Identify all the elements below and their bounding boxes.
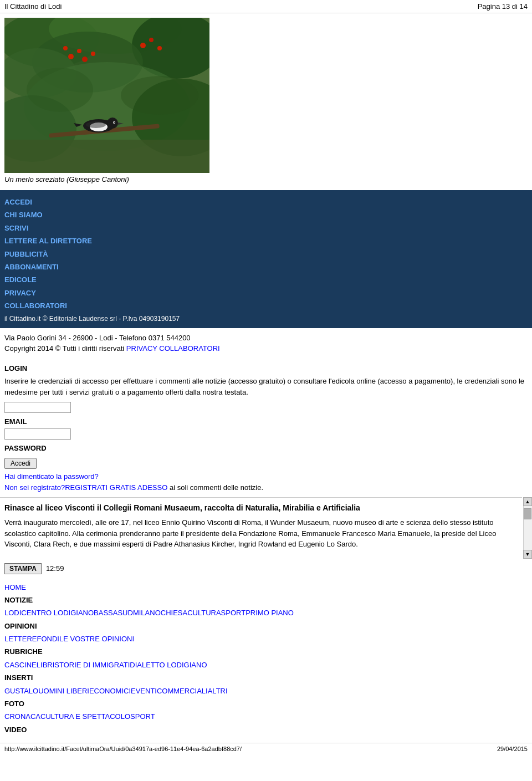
svg-point-10 <box>91 52 95 56</box>
forgot-password-link[interactable]: Hai dimenticato la password? <box>4 472 99 481</box>
footer-rubriche-label: RUBRICHE <box>4 647 43 656</box>
page-date: 29/04/2015 <box>497 746 528 752</box>
password-label: PASSWORD <box>4 443 528 454</box>
scroll-up-button[interactable]: ▲ <box>523 497 532 506</box>
scrollbar-track: ▲ ▼ <box>523 497 532 559</box>
accedi-button[interactable]: Accedi <box>4 458 37 469</box>
url-bar: http://www.ilcittadino.it/Facet/ultimaOr… <box>0 743 532 754</box>
nav-scrivi[interactable]: SCRIVI <box>4 222 528 234</box>
email-input[interactable] <box>4 402 71 413</box>
footer-lodigiano-link[interactable]: LODIGIANO <box>52 609 94 617</box>
article-section: Rinasce al liceo Visconti il Collegii Ro… <box>0 497 522 559</box>
email-label: EMAIL <box>4 416 528 427</box>
copyright-line: Copyright 2014 © Tutti i diritti riserva… <box>4 343 528 354</box>
register-suffix: ai soli commenti delle notizie. <box>170 483 263 492</box>
footer-notizie-label: NOTIZIE <box>4 596 33 604</box>
footer-sud-link[interactable]: SUD <box>117 609 132 617</box>
page-url: http://www.ilcittadino.it/Facet/ultimaOr… <box>4 746 242 752</box>
footer-primo-piano-link[interactable]: PRIMO PIANO <box>245 609 294 617</box>
svg-point-11 <box>140 43 146 48</box>
footer-sport-link[interactable]: SPORT <box>221 609 246 617</box>
footer-foto-label: FOTO <box>4 700 24 708</box>
login-description: Inserire le credenziali di accesso per e… <box>4 376 528 397</box>
footer-opinioni-label: OPINIONI <box>4 622 37 630</box>
footer-video-label: VIDEO <box>4 726 27 734</box>
footer-cultura-link[interactable]: CULTURA <box>187 609 221 617</box>
scroll-down-button[interactable]: ▼ <box>523 550 532 559</box>
nav-menu: ACCEDI CHI SIAMO SCRIVI LETTERE AL DIRET… <box>0 190 532 328</box>
info-section: Via Paolo Gorini 34 - 26900 - Lodi - Tel… <box>0 328 532 359</box>
article-time: 12:59 <box>46 564 64 573</box>
nav-accedi[interactable]: ACCEDI <box>4 196 528 208</box>
svg-point-24 <box>114 122 115 123</box>
nav-edicole[interactable]: EDICOLE <box>4 273 528 286</box>
svg-point-12 <box>149 38 154 42</box>
login-title: LOGIN <box>4 363 528 374</box>
svg-point-9 <box>63 46 68 50</box>
nav-chi-siamo[interactable]: CHI SIAMO <box>4 208 528 221</box>
footer-chiesa-link[interactable]: CHIESA <box>161 609 187 617</box>
footer-inserti-label: INSERTI <box>4 673 33 682</box>
collaboratori-link[interactable]: COLLABORATORI <box>159 344 219 353</box>
nav-abbonamenti[interactable]: ABBONAMENTI <box>4 261 528 273</box>
address-line: Via Paolo Gorini 34 - 26900 - Lodi - Tel… <box>4 333 528 344</box>
footer-lettere-link[interactable]: LETTERE <box>4 635 37 643</box>
privacy-link[interactable]: PRIVACY <box>126 344 157 353</box>
site-title: Il Cittadino di Lodi <box>4 2 62 11</box>
footer-milano-link[interactable]: MILANO <box>133 609 161 617</box>
svg-point-27 <box>27 68 93 112</box>
article-container: Rinasce al liceo Visconti il Collegii Ro… <box>0 497 532 559</box>
nav-privacy[interactable]: PRIVACY <box>4 287 528 299</box>
footer-fondile-link[interactable]: FONDILE VOSTRE OPINIONI <box>37 635 135 643</box>
article-body: Verrà inaugurato mercoledì, alle ore 17,… <box>4 517 518 550</box>
svg-point-28 <box>121 76 198 115</box>
not-registered-link[interactable]: Non sei registrato? <box>4 483 65 492</box>
footer-home-link[interactable]: HOME <box>4 583 26 591</box>
page-info: Pagina 13 di 14 <box>478 2 528 11</box>
page-header: Il Cittadino di Lodi Pagina 13 di 14 <box>0 0 532 13</box>
nav-pubblicita[interactable]: PUBBLICITÀ <box>4 248 528 261</box>
footer-bassa-link[interactable]: BASSA <box>94 609 117 617</box>
stamp-button[interactable]: STAMPA <box>4 563 42 574</box>
footer-cronaca-link[interactable]: CRONACACULTURA E SPETTACOLOSPORT <box>4 712 155 721</box>
nav-lettere-direttore[interactable]: LETTERE AL DIRETTORE <box>4 234 528 247</box>
svg-point-8 <box>82 57 88 62</box>
login-section: LOGIN Inserire le credenziali di accesso… <box>0 359 532 498</box>
svg-point-6 <box>68 54 74 59</box>
svg-point-13 <box>157 46 162 50</box>
footer-centro-link[interactable]: CENTRO <box>21 609 52 617</box>
footer-lodi-link[interactable]: LODI <box>4 609 21 617</box>
footer-cascine-link[interactable]: CASCINELIBRISTORIE DI IMMIGRATIDIALETTO … <box>4 661 207 669</box>
bird-image <box>4 18 209 173</box>
svg-point-7 <box>77 49 81 53</box>
register-link[interactable]: REGISTRATI GRATIS ADESSO <box>65 483 167 492</box>
password-input[interactable] <box>4 428 71 440</box>
svg-rect-17 <box>4 140 209 173</box>
svg-point-21 <box>107 118 118 129</box>
stamp-row: STAMPA 12:59 <box>0 559 532 579</box>
nav-copyright: il Cittadino.it © Editoriale Laudense sr… <box>4 315 528 323</box>
scroll-thumb[interactable] <box>524 508 531 519</box>
nav-collaboratori[interactable]: COLLABORATORI <box>4 299 528 312</box>
image-caption: Un merlo screziato (Giuseppe Cantoni) <box>4 173 528 186</box>
footer-nav: HOME NOTIZIE LODICENTRO LODIGIANOBASSASU… <box>0 579 532 739</box>
svg-point-26 <box>86 121 106 128</box>
image-section: Un merlo screziato (Giuseppe Cantoni) <box>0 13 532 190</box>
footer-inserti-link[interactable]: GUSTALOUOMINI LIBERIECONOMICIEVENTICOMME… <box>4 687 228 695</box>
article-title: Rinasce al liceo Visconti il Collegii Ro… <box>4 502 518 514</box>
